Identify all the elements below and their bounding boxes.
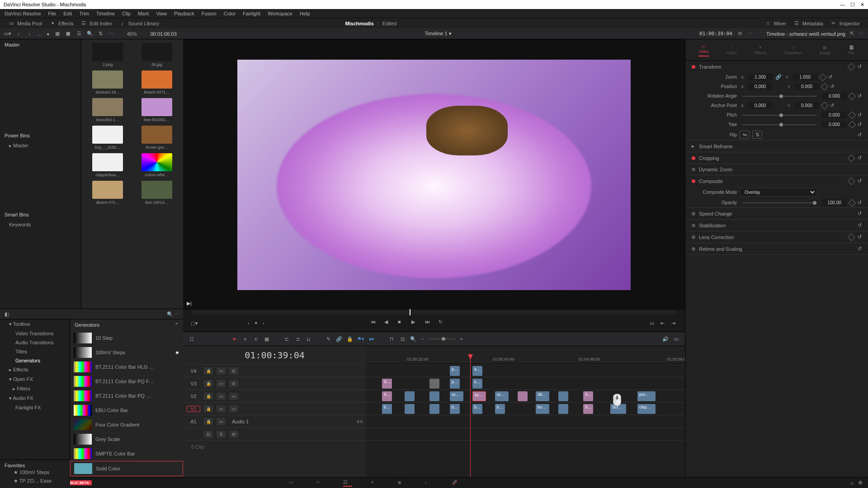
zoom-in-button[interactable]: + [460, 336, 462, 342]
stop-button[interactable]: ■ [398, 319, 406, 327]
selection-tool-icon[interactable]: ➤ [231, 336, 237, 342]
favorite-item[interactable]: ★ 100mV Steps [5, 468, 66, 477]
auto-select-button[interactable]: ▭ [217, 380, 226, 387]
media-thumb[interactable]: beach-3471… [134, 70, 180, 94]
audio-icon[interactable]: 🔊 [662, 336, 669, 342]
disable-track-button[interactable]: ▭ [229, 405, 238, 413]
audiofx-header[interactable]: ▾ Audio FX [0, 394, 70, 403]
search-effects-icon[interactable]: 🔍 [167, 311, 173, 317]
inspector-tab-video[interactable]: ▭Video [698, 44, 709, 56]
yaw-input[interactable] [822, 121, 847, 128]
more-menu[interactable]: … [37, 31, 42, 37]
clip[interactable]: sc… [495, 391, 509, 401]
clip[interactable]: S… [583, 404, 593, 414]
inspector-tab-image[interactable]: ▦Image [819, 45, 830, 55]
effects-toggle[interactable]: ✦Effects [46, 20, 77, 27]
reset-icon[interactable]: ↺ [828, 74, 832, 80]
lock-track-button[interactable]: 🔒 [204, 380, 213, 387]
clip[interactable]: p… [450, 366, 460, 376]
viewer-zoom[interactable]: 45% [127, 31, 137, 37]
metadata-toggle[interactable]: ☰Metadata [790, 20, 827, 27]
dynamic-trim-icon[interactable]: ⎋ [253, 336, 259, 342]
zoom-y-input[interactable] [793, 74, 817, 80]
reset-icon[interactable]: ↺ [858, 132, 862, 138]
pitch-slider[interactable] [742, 115, 816, 116]
media-thumb[interactable]: boy_-_2182… [85, 126, 131, 150]
trim-tool-icon[interactable]: ⎆ [242, 336, 248, 342]
keyframe-icon[interactable] [819, 73, 827, 81]
dynamic-zoom-header[interactable]: Dynamic Zoom [685, 164, 868, 175]
sync-icon[interactable]: ⟲ [737, 31, 743, 37]
speed-change-header[interactable]: Speed Change↺ [685, 208, 868, 219]
keyframe-icon[interactable] [849, 92, 856, 100]
link-icon[interactable]: 🔗 [336, 336, 342, 342]
reset-icon[interactable]: ↺ [858, 200, 862, 206]
media-thumb[interactable]: beautiful-1… [85, 98, 131, 122]
opacity-input[interactable] [822, 199, 847, 206]
menu-item[interactable]: Trim [79, 11, 89, 16]
track-header[interactable]: V4🔒▭⊘ [183, 364, 366, 377]
play-forward-icon[interactable]: ▶| [187, 300, 192, 306]
generator-item[interactable]: 100mV Steps★ [70, 345, 183, 360]
reset-icon[interactable]: ↺ [858, 234, 862, 240]
keyframe-icon[interactable] [848, 63, 855, 70]
disable-track-button[interactable]: ⊘ [229, 367, 238, 375]
zoom-to-fit-icon[interactable]: ⊡ [399, 336, 406, 342]
timeline-ruler[interactable]: 01:00:32:0001:00:40:0001:00:48:0001:00:5… [366, 346, 685, 364]
color-page-icon[interactable]: ◉ [397, 479, 406, 487]
in-out-icon[interactable]: ▢▾ [191, 320, 198, 326]
viewer[interactable]: ▶| [183, 39, 685, 310]
lock-icon[interactable]: 🔒 [347, 336, 353, 342]
menu-item[interactable]: Fairlight [243, 11, 260, 16]
menu-item[interactable]: Workspace [268, 11, 292, 16]
mute-button[interactable]: M [229, 431, 238, 438]
lock-track-button[interactable]: 🔒 [204, 367, 213, 375]
flip-v-button[interactable]: ⇅ [752, 131, 762, 139]
keyframe-icon[interactable] [848, 154, 855, 162]
loop-button[interactable]: ↻ [439, 319, 447, 327]
menu-item[interactable]: Clip [122, 11, 131, 16]
toolbox-item-generators[interactable]: Generators [0, 356, 70, 365]
disable-track-button[interactable]: ▭ [229, 393, 238, 400]
bin-view-icon[interactable]: ▭▾ [5, 31, 11, 37]
marker-color-icon[interactable]: ●▾ [368, 336, 375, 342]
transform-header[interactable]: Transform↺ [685, 61, 868, 72]
cropping-header[interactable]: Cropping↺ [685, 152, 868, 164]
keyframe-icon[interactable] [849, 121, 856, 128]
keyframe-icon[interactable] [848, 177, 855, 185]
reset-icon[interactable]: ↺ [858, 178, 862, 184]
keyframe-icon[interactable] [821, 83, 829, 90]
timeline-dropdown[interactable]: Timeline 1 ▾ [425, 31, 451, 36]
settings-icon[interactable]: ⚙ [858, 480, 863, 486]
home-icon[interactable]: ⌂ [850, 480, 854, 486]
media-thumb[interactable]: bee-561801… [134, 98, 180, 122]
track-header[interactable]: V1🔒▭▭ [183, 402, 366, 415]
keyframe-icon[interactable] [849, 199, 856, 206]
power-bins-header[interactable]: Power Bins [0, 130, 81, 141]
anchor-x-input[interactable] [748, 102, 773, 109]
lock-track-button[interactable]: 🔒 [204, 405, 213, 413]
lens-correction-header[interactable]: Lens Correction↺ [685, 231, 868, 243]
more-menu-2[interactable]: ⋯ [108, 31, 113, 37]
clip[interactable]: a… [472, 366, 482, 376]
media-thumb[interactable]: 36.jpg [134, 43, 180, 67]
menu-item[interactable]: DaVinci Resolve [5, 11, 41, 16]
toolbox-item[interactable]: Audio Transitions [0, 338, 70, 347]
composite-header[interactable]: Composite↺ [685, 175, 868, 187]
auto-select-button[interactable]: ▭ [217, 393, 226, 400]
clip[interactable]: s… [472, 379, 482, 389]
smart-bins-header[interactable]: Smart Bins [0, 209, 81, 220]
mixer-toggle[interactable]: ⎍Mixer [761, 20, 790, 27]
generator-item[interactable]: Window [70, 476, 183, 477]
pos-y-input[interactable] [794, 83, 819, 90]
generator-item[interactable]: BT.2111 Color Bar PQ F… [70, 374, 183, 389]
clip[interactable]: S… [382, 379, 392, 389]
solo-button[interactable]: S [217, 431, 226, 438]
expand-icon[interactable]: ⇱ [850, 31, 854, 37]
disable-track-button[interactable]: ⊘ [229, 380, 238, 387]
fairlight-page-icon[interactable]: ♪ [425, 479, 434, 487]
zoom-x-input[interactable] [748, 74, 773, 80]
media-page-icon[interactable]: ▭ [289, 479, 298, 487]
step-back-button[interactable]: ◀ [384, 319, 392, 327]
media-thumb[interactable]: brown gra… [134, 126, 180, 150]
